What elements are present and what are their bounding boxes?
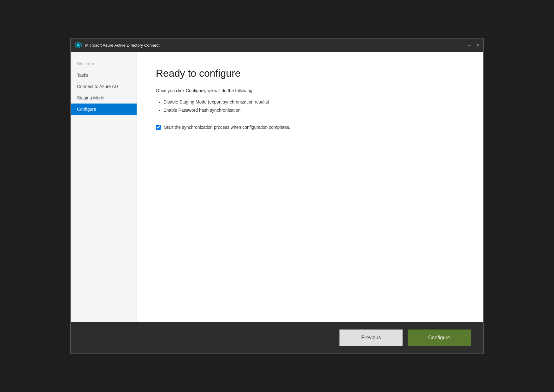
window-body: Welcome Tasks Connect to Azure AD Stagin… [71,52,483,322]
page-title: Ready to configure [156,68,464,79]
sync-checkbox-label[interactable]: Start the synchronization process when c… [164,125,290,130]
window-title: Microsoft Azure Active Directory Connect [85,43,468,48]
bullet-item-1: Disable Staging Mode (export synchroniza… [163,99,464,104]
sync-checkbox[interactable] [156,125,161,130]
description-text: Once you click Configure, we will do the… [156,88,464,93]
previous-button[interactable]: Previous [339,330,403,346]
sidebar: Welcome Tasks Connect to Azure AD Stagin… [71,52,137,322]
close-button[interactable]: ✕ [476,43,480,47]
bullet-item-2: Enable Password hash synchronization [163,108,464,113]
sidebar-item-configure[interactable]: Configure [71,104,137,115]
action-list: Disable Staging Mode (export synchroniza… [156,99,464,116]
configure-button[interactable]: Configure [408,330,471,346]
sidebar-item-staging-mode[interactable]: Staging Mode [71,92,137,104]
main-content: Ready to configure Once you click Config… [137,52,483,322]
sidebar-item-connect-azure-ad[interactable]: Connect to Azure AD [71,81,137,92]
app-window: Microsoft Azure Active Directory Connect… [70,38,484,354]
azure-logo-icon [74,41,82,49]
window-controls: ─ ✕ [468,43,480,47]
titlebar: Microsoft Azure Active Directory Connect… [71,39,483,52]
sidebar-item-tasks[interactable]: Tasks [71,69,137,81]
sidebar-item-welcome: Welcome [71,58,137,69]
sync-checkbox-row: Start the synchronization process when c… [156,125,464,130]
footer: Previous Configure [71,322,483,353]
minimize-button[interactable]: ─ [468,43,471,47]
